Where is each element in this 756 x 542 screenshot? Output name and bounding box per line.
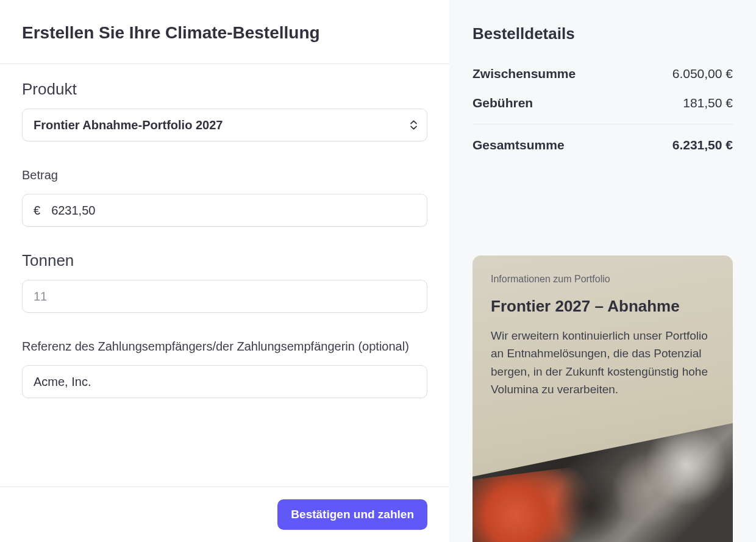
amount-input-wrap[interactable]: € — [22, 194, 427, 227]
page-title: Erstellen Sie Ihre Climate-Bestellung — [0, 0, 449, 63]
subtotal-row: Zwischensumme 6.050,00 € — [472, 59, 733, 88]
details-separator — [472, 124, 733, 124]
subtotal-value: 6.050,00 € — [672, 66, 733, 81]
main-panel: Erstellen Sie Ihre Climate-Bestellung Pr… — [0, 0, 449, 542]
portfolio-description: Wir erweitern kontinuierlich unser Portf… — [491, 327, 715, 399]
amount-section: Betrag € — [22, 166, 427, 227]
amount-label: Betrag — [22, 166, 427, 184]
reference-input[interactable] — [23, 366, 427, 398]
fees-value: 181,50 € — [683, 96, 733, 110]
subtotal-label: Zwischensumme — [472, 66, 576, 81]
reference-section: Referenz des Zahlungsempfängers/der Zahl… — [22, 337, 427, 398]
tons-label: Tonnen — [22, 251, 427, 270]
order-form: Produkt Frontier Abnahme-Portfolio 2027 … — [0, 64, 449, 487]
tons-section: Tonnen — [22, 251, 427, 313]
product-section: Produkt Frontier Abnahme-Portfolio 2027 — [22, 80, 427, 141]
button-bar: Bestätigen und zahlen — [0, 487, 449, 542]
order-sidebar: Bestelldetails Zwischensumme 6.050,00 € … — [449, 0, 756, 542]
fees-row: Gebühren 181,50 € — [472, 88, 733, 118]
total-value: 6.231,50 € — [672, 138, 733, 152]
fees-label: Gebühren — [472, 96, 533, 110]
tons-input-wrap[interactable] — [22, 280, 427, 313]
tons-input[interactable] — [23, 280, 427, 312]
confirm-pay-button[interactable]: Bestätigen und zahlen — [277, 499, 427, 530]
currency-symbol: € — [23, 204, 40, 218]
order-details-title: Bestelldetails — [472, 24, 733, 43]
portfolio-eyebrow: Informationen zum Portfolio — [491, 274, 715, 285]
reference-input-wrap[interactable] — [22, 365, 427, 398]
reference-label: Referenz des Zahlungsempfängers/der Zahl… — [22, 337, 427, 355]
product-select[interactable]: Frontier Abnahme-Portfolio 2027 — [22, 109, 427, 141]
total-label: Gesamtsumme — [472, 138, 565, 152]
portfolio-card: Informationen zum Portfolio Frontier 202… — [472, 255, 733, 542]
portfolio-title: Frontier 2027 – Abnahme — [491, 297, 715, 316]
total-row: Gesamtsumme 6.231,50 € — [472, 130, 733, 160]
product-select-value[interactable]: Frontier Abnahme-Portfolio 2027 — [23, 118, 427, 132]
portfolio-illustration — [472, 423, 733, 542]
amount-input[interactable] — [40, 194, 427, 226]
product-label: Produkt — [22, 80, 427, 99]
